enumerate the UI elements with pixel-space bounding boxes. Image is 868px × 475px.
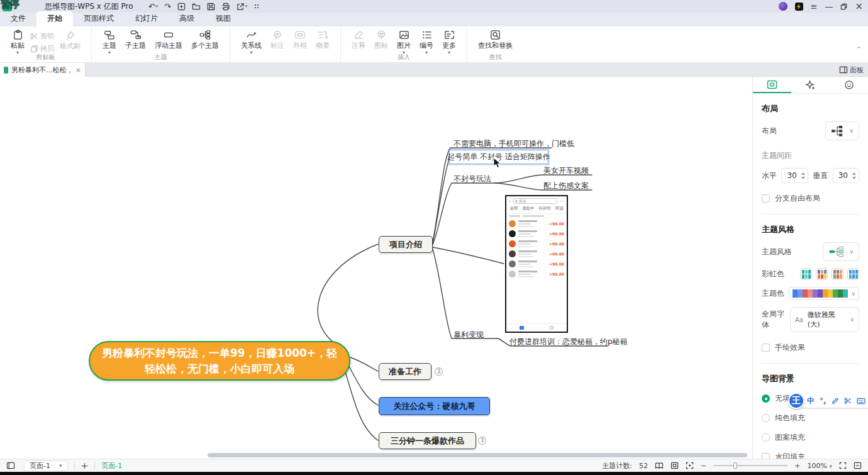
sidebar-tab-emoji[interactable]	[830, 77, 868, 93]
menu-tab-page-style[interactable]: 页面样式	[73, 11, 125, 26]
hand-drawn-checkbox[interactable]: 手绘效果	[762, 342, 859, 353]
ime-pen-icon[interactable]	[832, 397, 839, 405]
format-painter-button[interactable]: 格式刷	[55, 31, 85, 51]
sidebar-tab-style[interactable]	[753, 77, 791, 93]
copy-button[interactable]: 拷贝	[30, 43, 54, 53]
mouse-cursor	[493, 157, 501, 169]
more-insert-button[interactable]: 更多▾	[438, 30, 460, 54]
share-button[interactable]: ▾	[236, 3, 248, 11]
zoom-slider[interactable]	[713, 465, 787, 466]
minimize-button[interactable]: —	[825, 3, 833, 11]
collapse-ribbon-icon[interactable]: ⌃	[856, 45, 862, 53]
order-screenshot-image[interactable]: ‹ 搜索 ⋯ 全部退款中待评价筛选 +99.00 +99.00	[505, 195, 568, 333]
page-tab[interactable]: 页面-1 ▾	[24, 461, 68, 471]
more-quick-access-icon[interactable]	[253, 3, 260, 9]
open-file-button[interactable]	[192, 3, 201, 11]
collapsed-count-badge[interactable]: 3	[435, 367, 443, 376]
document-tab-close-icon[interactable]: ×	[75, 66, 81, 74]
menu-tab-home[interactable]: 开始	[36, 11, 73, 26]
user-avatar[interactable]	[779, 2, 787, 11]
horizontal-spacing-stepper[interactable]: 30	[781, 168, 808, 183]
layout-dropdown[interactable]: ∨	[825, 121, 859, 140]
subtopic-no-pc[interactable]: 不需要电脑，手机即可操作，门槛低	[453, 138, 574, 149]
subtopic-sad-caption[interactable]: 配上伤感文案	[543, 181, 589, 191]
note-button[interactable]: 注释	[347, 30, 370, 50]
summary-button[interactable]: 概要	[311, 30, 334, 50]
add-page-button[interactable]: +	[81, 461, 89, 471]
bg-watermark-checkbox[interactable]: 水印填充	[762, 452, 859, 459]
ime-keyboard-icon[interactable]	[857, 398, 865, 405]
zoom-in-button[interactable]: +	[794, 462, 800, 470]
zoom-level-dropdown[interactable]: 100% ▾	[808, 462, 832, 470]
undo-button[interactable]: ↶▾	[148, 2, 158, 11]
ime-mode-chinese[interactable]: 中	[807, 396, 815, 406]
boundary-button[interactable]: 外框	[289, 30, 311, 50]
ime-logo[interactable]: 王	[788, 393, 804, 409]
new-file-button[interactable]	[177, 3, 186, 11]
menu-tab-view[interactable]: 视图	[205, 11, 242, 26]
horizontal-scrollbar[interactable]	[208, 453, 747, 457]
theme-style-dropdown[interactable]: ∨	[823, 242, 859, 261]
redo-button[interactable]: ↷	[164, 2, 171, 11]
sidebar-tab-ai[interactable]	[791, 77, 830, 93]
collapse-statusbar-icon[interactable]	[854, 462, 862, 469]
picture-button[interactable]: 图片▾	[392, 30, 415, 54]
vertical-spacing-stepper[interactable]: 30	[833, 168, 859, 183]
member-flash-icon[interactable]	[795, 3, 803, 11]
menu-hamburger-icon[interactable]: ≡	[811, 3, 818, 11]
collapsed-count-badge[interactable]: 3	[478, 437, 486, 445]
floating-topic-button[interactable]: 浮动主题	[150, 30, 187, 50]
subtopic-no-ban[interactable]: 不封号玩法	[453, 174, 491, 184]
subtopic-beauty-video[interactable]: 美女开车视频	[543, 165, 589, 176]
bg-solid-radio[interactable]: 纯色填充	[762, 413, 859, 423]
chevron-down-icon: ▾	[59, 462, 62, 469]
bg-pattern-radio[interactable]: 图案填充	[762, 432, 859, 443]
active-page-name[interactable]: 页面-1	[101, 461, 122, 471]
rainbow-color-swatch[interactable]	[847, 268, 859, 280]
zoom-slider-thumb[interactable]	[733, 462, 737, 469]
subtopic-paid-group[interactable]: 付费进群培训：恋爱秘籍，约p秘籍	[509, 337, 628, 347]
find-replace-button[interactable]: 查找和替换	[474, 30, 517, 50]
icon-marker-button[interactable]: 图标	[370, 30, 392, 50]
paste-button[interactable]: 粘贴▾	[6, 30, 29, 54]
branch-project-intro[interactable]: 项目介绍	[379, 236, 433, 253]
mindmap-canvas[interactable]: 男粉暴利不封号玩法，一单99，日赚1000+，轻轻松松，无门槛，小白即可入场 项…	[0, 77, 752, 459]
center-map-icon[interactable]	[686, 462, 694, 469]
outline-view-icon[interactable]	[655, 462, 664, 469]
order-avatar	[509, 240, 516, 247]
topic-button[interactable]: 主题▾	[98, 30, 121, 54]
callout-button[interactable]: 标注	[266, 30, 289, 50]
close-button[interactable]: ×	[855, 2, 863, 11]
branch-official-account[interactable]: 关注公众号：硬核九哥	[379, 397, 490, 415]
zoom-out-button[interactable]: −	[701, 462, 706, 470]
ime-scissors-icon[interactable]	[844, 397, 852, 405]
panel-toggle-button[interactable]: 面板	[838, 63, 868, 77]
numbering-button[interactable]: 编号▾	[415, 30, 438, 54]
cut-button[interactable]: 剪切	[30, 31, 54, 41]
multiple-topics-button[interactable]: 多个主题	[187, 30, 223, 50]
pages-panel-icon[interactable]	[6, 462, 15, 469]
menu-tab-slides[interactable]: 幻灯片	[125, 11, 169, 26]
restore-button[interactable]	[840, 3, 847, 10]
color-cell	[838, 289, 843, 298]
free-branch-layout-checkbox[interactable]: 分支自由布局	[762, 193, 859, 204]
fit-window-icon[interactable]	[670, 462, 679, 469]
print-button[interactable]	[221, 3, 230, 11]
rainbow-color-swatch[interactable]	[800, 268, 812, 280]
branch-preparation[interactable]: 准备工作	[379, 363, 431, 380]
ime-punctuation-icon[interactable]: °,	[820, 396, 826, 405]
rainbow-color-swatch[interactable]	[816, 268, 828, 280]
central-topic[interactable]: 男粉暴利不封号玩法，一单99，日赚1000+，轻轻松松，无门槛，小白即可入场	[89, 341, 350, 381]
rainbow-color-swatch[interactable]	[832, 268, 843, 280]
global-font-dropdown[interactable]: Aa 微软雅黑 (大) ∨	[790, 307, 859, 332]
branch-viral-works[interactable]: 三分钟一条爆款作品	[379, 432, 476, 449]
subtopic-button[interactable]: 子主题	[121, 30, 150, 50]
subtopic-monetize[interactable]: 暴利变现	[453, 330, 484, 340]
menu-tab-file[interactable]: 文件	[0, 11, 36, 26]
menu-tab-advanced[interactable]: 高级	[169, 11, 205, 26]
relationship-button[interactable]: 关系线▾	[236, 30, 266, 54]
document-tab[interactable]: 男粉暴利不...松松，无门 ×	[0, 63, 86, 77]
save-button[interactable]	[207, 3, 215, 11]
theme-color-dropdown[interactable]: ∨	[789, 287, 859, 300]
fullscreen-icon[interactable]	[839, 462, 847, 469]
